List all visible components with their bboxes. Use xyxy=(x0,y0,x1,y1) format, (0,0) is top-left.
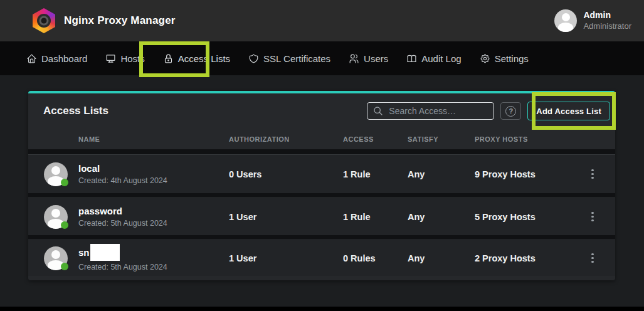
nav-label: SSL Certificates xyxy=(263,53,330,64)
divider xyxy=(28,235,615,240)
search-icon xyxy=(373,106,383,116)
nav-item-audit-log[interactable]: Audit Log xyxy=(406,53,461,64)
nav-label: Hosts xyxy=(120,53,144,64)
page-title: Access Lists xyxy=(43,105,108,117)
cell-satisfy: Any xyxy=(408,169,475,179)
row-actions-kebab-menu-icon[interactable] xyxy=(587,167,598,182)
home-icon xyxy=(26,53,37,64)
user-menu[interactable]: Admin Administrator xyxy=(554,9,631,32)
nav-label: Audit Log xyxy=(421,53,461,64)
main-nav: Dashboard Hosts Access Lists SSL Certifi… xyxy=(0,41,644,75)
name-cell: password Created: 5th August 2024 xyxy=(78,205,229,229)
nav-label: Users xyxy=(364,53,388,64)
cell-satisfy: Any xyxy=(408,253,475,263)
nav-label: Access Lists xyxy=(178,53,230,64)
cell-access: 0 Rules xyxy=(343,253,408,263)
bottom-strip xyxy=(0,307,644,311)
row-created: Created: 4th August 2024 xyxy=(78,176,229,186)
user-avatar xyxy=(554,9,577,32)
cell-authorization: 1 User xyxy=(229,253,343,263)
divider xyxy=(28,193,615,198)
status-dot-icon xyxy=(61,221,68,229)
column-header-satisfy: SATISFY xyxy=(408,135,475,143)
cell-authorization: 1 User xyxy=(229,212,343,222)
page: Nginx Proxy Manager Admin Administrator … xyxy=(0,0,644,311)
row-name: password xyxy=(78,205,229,218)
name-cell: local Created: 4th August 2024 xyxy=(78,162,229,186)
row-name: local xyxy=(78,162,229,175)
panel-actions: ? Add Access List xyxy=(367,102,610,120)
book-icon xyxy=(406,53,417,64)
nav-item-settings[interactable]: Settings xyxy=(480,53,529,64)
nav-label: Dashboard xyxy=(41,53,87,64)
nav-item-hosts[interactable]: Hosts xyxy=(105,53,144,64)
user-text: Admin Administrator xyxy=(583,10,631,31)
row-avatar xyxy=(44,246,68,270)
row-avatar xyxy=(44,205,68,229)
table-header: NAME AUTHORIZATION ACCESS SATISFY PROXY … xyxy=(28,129,615,149)
shield-icon xyxy=(248,53,259,64)
nav-item-access-lists[interactable]: Access Lists xyxy=(163,53,230,64)
row-name: sn xyxy=(78,244,229,261)
monitor-icon xyxy=(105,53,116,64)
table-row[interactable]: sn Created: 5th August 2024 1 User 0 Rul… xyxy=(28,240,615,276)
nav-label: Settings xyxy=(495,53,529,64)
lock-icon xyxy=(163,53,174,64)
cell-proxy-hosts: 2 Proxy Hosts xyxy=(475,253,586,263)
user-name: Admin xyxy=(583,10,631,21)
row-actions-kebab-menu-icon[interactable] xyxy=(587,251,598,266)
help-circle-icon: ? xyxy=(505,106,516,117)
app-title: Nginx Proxy Manager xyxy=(64,14,176,27)
status-dot-icon xyxy=(61,179,68,186)
brand: Nginx Proxy Manager xyxy=(33,8,176,33)
add-access-list-button[interactable]: Add Access List xyxy=(527,102,610,120)
panel-header: Access Lists ? Add Access List xyxy=(28,93,615,129)
gear-icon xyxy=(480,53,490,64)
nav-item-dashboard[interactable]: Dashboard xyxy=(26,53,87,64)
column-header-name: NAME xyxy=(78,135,229,143)
divider xyxy=(28,149,615,154)
name-cell: sn Created: 5th August 2024 xyxy=(78,244,229,272)
cell-proxy-hosts: 5 Proxy Hosts xyxy=(475,212,586,222)
cell-proxy-hosts: 9 Proxy Hosts xyxy=(475,169,586,179)
search-input[interactable] xyxy=(367,102,494,120)
cell-satisfy: Any xyxy=(408,212,475,222)
row-created: Created: 5th August 2024 xyxy=(78,262,229,272)
npm-hexagon-logo-icon xyxy=(33,8,55,33)
users-icon xyxy=(349,53,359,64)
cell-access: 1 Rule xyxy=(343,212,408,222)
user-role: Administrator xyxy=(583,21,631,31)
table-row[interactable]: password Created: 5th August 2024 1 User… xyxy=(28,198,615,235)
help-button[interactable]: ? xyxy=(500,102,521,120)
card-footer xyxy=(28,276,615,280)
cell-access: 1 Rule xyxy=(343,169,408,179)
nav-item-ssl-certificates[interactable]: SSL Certificates xyxy=(248,53,330,64)
column-header-proxy-hosts: PROXY HOSTS xyxy=(475,135,586,143)
redaction-box xyxy=(90,244,120,261)
cell-authorization: 0 Users xyxy=(229,169,343,179)
status-dot-icon xyxy=(61,263,68,270)
nav-item-users[interactable]: Users xyxy=(349,53,388,64)
search-box xyxy=(367,102,494,120)
row-actions-kebab-menu-icon[interactable] xyxy=(587,209,598,224)
column-header-authorization: AUTHORIZATION xyxy=(229,135,343,143)
access-lists-panel: Access Lists ? Add Access List NAME AUTH… xyxy=(28,91,615,280)
column-header-access: ACCESS xyxy=(343,135,408,143)
table-row[interactable]: local Created: 4th August 2024 0 Users 1… xyxy=(28,154,615,193)
topbar: Nginx Proxy Manager Admin Administrator xyxy=(0,0,644,41)
row-created: Created: 5th August 2024 xyxy=(78,218,229,228)
row-avatar xyxy=(44,162,68,186)
